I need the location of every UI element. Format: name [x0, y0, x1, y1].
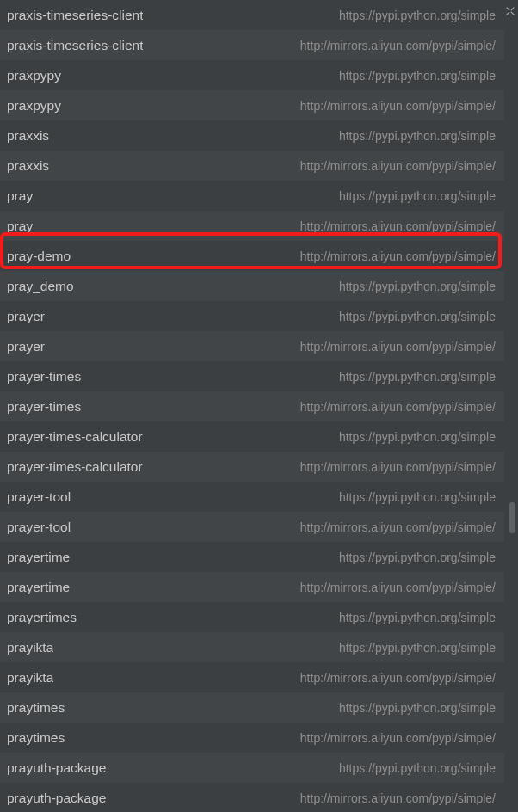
- package-row[interactable]: praytimeshttps://pypi.python.org/simple: [0, 692, 504, 723]
- package-source: http://mirrors.aliyun.com/pypi/simple/: [300, 99, 496, 113]
- package-name: prayikta: [7, 640, 53, 655]
- package-row[interactable]: prayuth-packagehttps://pypi.python.org/s…: [0, 753, 504, 783]
- package-name: prayer: [7, 339, 45, 354]
- package-source: http://mirrors.aliyun.com/pypi/simple/: [300, 219, 496, 233]
- package-row[interactable]: praxxishttps://pypi.python.org/simple: [0, 120, 504, 151]
- package-row[interactable]: prayiktahttps://pypi.python.org/simple: [0, 632, 504, 662]
- package-row[interactable]: praxis-timeseries-clienthttps://pypi.pyt…: [0, 0, 504, 30]
- package-source: https://pypi.python.org/simple: [339, 611, 496, 624]
- package-source: http://mirrors.aliyun.com/pypi/simple/: [300, 731, 496, 745]
- package-source: https://pypi.python.org/simple: [339, 310, 496, 323]
- package-source: https://pypi.python.org/simple: [339, 551, 496, 564]
- package-source: https://pypi.python.org/simple: [339, 69, 496, 83]
- package-row[interactable]: praytimeshttp://mirrors.aliyun.com/pypi/…: [0, 723, 504, 753]
- package-name: pray-demo: [7, 249, 71, 264]
- package-name: praxxis: [7, 158, 49, 174]
- package-name: pray_demo: [7, 279, 74, 294]
- package-source: http://mirrors.aliyun.com/pypi/simple/: [300, 791, 496, 805]
- settings-icon[interactable]: [504, 5, 516, 17]
- package-name: praxis-timeseries-client: [7, 38, 143, 53]
- package-source: https://pypi.python.org/simple: [339, 9, 496, 22]
- package-row[interactable]: prayer-toolhttp://mirrors.aliyun.com/pyp…: [0, 512, 504, 542]
- package-row[interactable]: prayiktahttp://mirrors.aliyun.com/pypi/s…: [0, 662, 504, 692]
- package-source: https://pypi.python.org/simple: [339, 129, 496, 143]
- package-source: https://pypi.python.org/simple: [339, 641, 496, 655]
- package-name: praxpypy: [7, 98, 61, 114]
- scrollbar-track[interactable]: [506, 0, 518, 812]
- package-source: http://mirrors.aliyun.com/pypi/simple/: [300, 520, 496, 534]
- package-row[interactable]: prayuth-packagehttp://mirrors.aliyun.com…: [0, 783, 504, 812]
- package-row[interactable]: prayertimeshttps://pypi.python.org/simpl…: [0, 602, 504, 632]
- package-source: http://mirrors.aliyun.com/pypi/simple/: [300, 39, 496, 52]
- package-list: praxis-timeseries-clienthttps://pypi.pyt…: [0, 0, 504, 812]
- package-row[interactable]: praxxishttp://mirrors.aliyun.com/pypi/si…: [0, 151, 504, 181]
- package-row[interactable]: prayertimehttp://mirrors.aliyun.com/pypi…: [0, 572, 504, 602]
- package-source: https://pypi.python.org/simple: [339, 761, 496, 775]
- package-row[interactable]: prayhttps://pypi.python.org/simple: [0, 181, 504, 211]
- package-name: prayer-tool: [7, 520, 71, 535]
- package-name: pray: [7, 188, 33, 204]
- package-source: https://pypi.python.org/simple: [339, 701, 496, 715]
- package-name: praxis-timeseries-client: [7, 8, 143, 23]
- package-row[interactable]: pray-demohttp://mirrors.aliyun.com/pypi/…: [0, 241, 504, 271]
- package-row[interactable]: prayertimehttps://pypi.python.org/simple: [0, 542, 504, 572]
- package-source: https://pypi.python.org/simple: [339, 189, 496, 203]
- package-name: praxxis: [7, 128, 49, 144]
- package-name: prayertimes: [7, 610, 77, 625]
- package-name: prayer: [7, 309, 45, 324]
- package-name: prayer-times: [7, 369, 81, 384]
- package-source: http://mirrors.aliyun.com/pypi/simple/: [300, 249, 496, 263]
- package-name: praytimes: [7, 700, 65, 716]
- package-source: http://mirrors.aliyun.com/pypi/simple/: [300, 340, 496, 354]
- package-name: praxpypy: [7, 68, 61, 83]
- package-row[interactable]: praxis-timeseries-clienthttp://mirrors.a…: [0, 30, 504, 60]
- package-row[interactable]: prayer-timeshttp://mirrors.aliyun.com/py…: [0, 391, 504, 421]
- package-name: pray: [7, 218, 33, 234]
- package-row[interactable]: prayer-times-calculatorhttp://mirrors.al…: [0, 452, 504, 482]
- package-row[interactable]: prayer-timeshttps://pypi.python.org/simp…: [0, 361, 504, 391]
- package-source: https://pypi.python.org/simple: [339, 370, 496, 384]
- package-name: prayuth-package: [7, 790, 106, 806]
- package-name: prayertime: [7, 580, 70, 595]
- package-source: http://mirrors.aliyun.com/pypi/simple/: [300, 671, 496, 685]
- package-name: prayer-times-calculator: [7, 459, 143, 475]
- package-source: https://pypi.python.org/simple: [339, 280, 496, 293]
- package-row[interactable]: prayer-times-calculatorhttps://pypi.pyth…: [0, 421, 504, 452]
- package-row[interactable]: praxpypyhttps://pypi.python.org/simple: [0, 60, 504, 90]
- package-name: praytimes: [7, 730, 65, 746]
- package-source: https://pypi.python.org/simple: [339, 430, 496, 444]
- package-source: http://mirrors.aliyun.com/pypi/simple/: [300, 460, 496, 474]
- package-name: prayer-times-calculator: [7, 429, 143, 445]
- package-row[interactable]: praxpypyhttp://mirrors.aliyun.com/pypi/s…: [0, 90, 504, 120]
- package-name: prayertime: [7, 550, 70, 565]
- package-row[interactable]: prayerhttps://pypi.python.org/simple: [0, 301, 504, 331]
- package-source: http://mirrors.aliyun.com/pypi/simple/: [300, 159, 496, 173]
- package-name: prayer-times: [7, 399, 81, 415]
- package-row[interactable]: pray_demohttps://pypi.python.org/simple: [0, 271, 504, 301]
- package-name: prayer-tool: [7, 489, 71, 505]
- package-row[interactable]: prayer-toolhttps://pypi.python.org/simpl…: [0, 482, 504, 512]
- package-name: prayikta: [7, 670, 53, 686]
- package-source: http://mirrors.aliyun.com/pypi/simple/: [300, 400, 496, 414]
- package-source: http://mirrors.aliyun.com/pypi/simple/: [300, 581, 496, 594]
- package-row[interactable]: prayerhttp://mirrors.aliyun.com/pypi/sim…: [0, 331, 504, 361]
- package-name: prayuth-package: [7, 760, 106, 776]
- package-row[interactable]: prayhttp://mirrors.aliyun.com/pypi/simpl…: [0, 211, 504, 241]
- scrollbar-thumb[interactable]: [509, 502, 515, 533]
- package-source: https://pypi.python.org/simple: [339, 490, 496, 504]
